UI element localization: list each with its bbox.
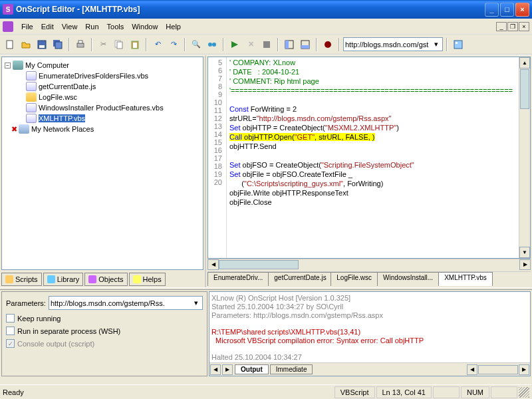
tab-scroll-left-icon[interactable]: ◀ [210,364,221,375]
scroll-left-icon[interactable]: ◀ [207,259,219,270]
menu-help[interactable]: Help [162,21,185,32]
tree-item[interactable]: WindowsInstaller ProductFeatures.vbs [5,102,200,113]
redo-button[interactable]: ↷ [166,37,181,52]
scroll-thumb[interactable] [520,69,529,109]
tree-root-computer[interactable]: −My Computer [5,60,200,70]
titlebar: S OnScript Editor - [XMLHTTP.vbs] _ □ × [0,0,532,19]
output-text[interactable]: XLnow (R) OnScript Host [Version 1.0.325… [209,292,530,362]
copy-button[interactable] [112,37,126,52]
tree-item-active[interactable]: XMLHTTP.vbs [5,113,200,124]
editor-hscrollbar[interactable]: ◀▶ [207,259,531,270]
bookmark-button[interactable] [205,37,219,52]
tree-root-network[interactable]: ✖My Network Places [5,124,200,134]
toggle-pane1-button[interactable] [282,37,297,52]
checkbox-icon[interactable] [6,327,15,335]
save-all-button[interactable] [51,37,65,52]
menubar: File Edit View Run Tools Window Help _ ❐… [0,19,532,35]
menu-window[interactable]: Window [128,21,162,32]
maximize-button[interactable]: □ [500,3,514,17]
svg-rect-4 [55,42,62,49]
scroll-up-icon[interactable]: ▲ [519,57,530,68]
stop-button[interactable] [259,37,274,52]
stop-run-button[interactable]: ✕ [243,37,258,52]
svg-point-11 [208,43,212,47]
parameters-input[interactable] [51,299,192,307]
file-tab[interactable]: LogFile.wsc [331,272,378,286]
scroll-right-icon[interactable]: ▶ [519,364,529,375]
cut-button[interactable]: ✂ [96,37,110,52]
mdi-close-button[interactable]: × [519,22,529,31]
run-button[interactable] [227,37,242,52]
menu-run[interactable]: Run [81,21,102,32]
tab-objects[interactable]: Objects [84,273,127,286]
tree-item[interactable]: EnumerateDrivesFoldersFiles.vbs [5,70,200,81]
breakpoint-button[interactable] [321,37,335,52]
toolbar: ✂ ↶ ↷ 🔍 ✕ ▾ [0,35,532,55]
svg-rect-5 [77,43,84,47]
options-button[interactable] [451,37,466,52]
tree-view[interactable]: −My Computer EnumerateDrivesFoldersFiles… [1,57,203,270]
close-button[interactable]: × [515,3,529,17]
code-editor[interactable]: 567891011121314151617181920 ' COMPANY: X… [207,57,531,259]
address-combo[interactable]: ▾ [343,37,443,51]
undo-button[interactable]: ↶ [150,37,165,52]
new-button[interactable] [3,37,17,52]
mdi-minimize-button[interactable]: _ [496,22,507,31]
editor-vscrollbar[interactable]: ▲▼ [519,57,530,258]
collapse-icon[interactable]: − [5,63,11,68]
output-hscroll[interactable] [478,365,518,374]
svg-rect-8 [117,42,122,49]
resize-grip-icon[interactable] [519,387,529,398]
parameters-combo[interactable]: ▾ [49,296,203,310]
library-icon [47,275,55,283]
dropdown-icon[interactable]: ▾ [192,299,201,307]
tab-helps[interactable]: Helps [129,273,166,286]
scroll-down-icon[interactable]: ▼ [519,247,530,258]
menu-edit[interactable]: Edit [37,21,58,32]
script-icon [26,103,37,112]
menu-file[interactable]: File [17,21,37,32]
file-tab[interactable]: WindowsInstall... [377,272,439,286]
tab-scripts[interactable]: Scripts [1,273,42,286]
save-button[interactable] [35,37,49,52]
menu-tools[interactable]: Tools [103,21,128,32]
open-button[interactable] [19,37,33,52]
checkbox-separate-process[interactable]: Run in separate process (WSH) [6,327,203,335]
immediate-tab[interactable]: Immediate [270,364,313,374]
svg-rect-6 [78,41,82,43]
scroll-thumb[interactable] [219,260,299,269]
file-tab[interactable]: getCurrentDate.js [268,272,331,286]
scripts-icon [5,275,13,283]
tree-item[interactable]: LogFile.wsc [5,92,200,102]
tree-item[interactable]: getCurrentDate.js [5,81,200,92]
app-icon: S [3,4,13,15]
paste-button[interactable] [128,37,142,52]
output-pane: XLnow (R) OnScript Host [Version 1.0.325… [209,291,531,376]
minimize-button[interactable]: _ [485,3,499,17]
find-button[interactable]: 🔍 [189,37,203,52]
tab-library[interactable]: Library [43,273,84,286]
file-tab-active[interactable]: XMLHTTP.vbs [438,272,493,286]
toggle-pane2-button[interactable] [298,37,313,52]
file-tab[interactable]: EnumerateDriv... [207,272,269,286]
computer-icon [13,61,23,70]
checkbox-icon: ✓ [6,339,15,348]
parameters-pane: Parameters: ▾ Keep running Run in separa… [1,291,207,376]
scroll-left-icon[interactable]: ◀ [467,364,477,375]
checkbox-icon[interactable] [6,314,15,323]
print-button[interactable] [73,37,88,52]
explorer-tabs: Scripts Library Objects Helps [0,271,205,287]
scroll-right-icon[interactable]: ▶ [519,259,531,270]
checkbox-keep-running[interactable]: Keep running [6,314,203,323]
menu-view[interactable]: View [58,21,82,32]
parameters-label: Parameters: [6,299,46,307]
dropdown-icon[interactable]: ▾ [432,40,441,49]
status-language: VBScript [334,386,375,398]
address-input[interactable] [345,41,432,49]
editor-pane: 567891011121314151617181920 ' COMPANY: X… [207,57,531,286]
code-area[interactable]: ' COMPANY: XLnow ' DATE : 2004-10-21 ' C… [227,57,519,258]
svg-rect-2 [39,45,45,48]
tab-scroll-right-icon[interactable]: ▶ [222,364,233,375]
output-tab[interactable]: Output [235,364,269,374]
mdi-restore-button[interactable]: ❐ [507,22,518,31]
